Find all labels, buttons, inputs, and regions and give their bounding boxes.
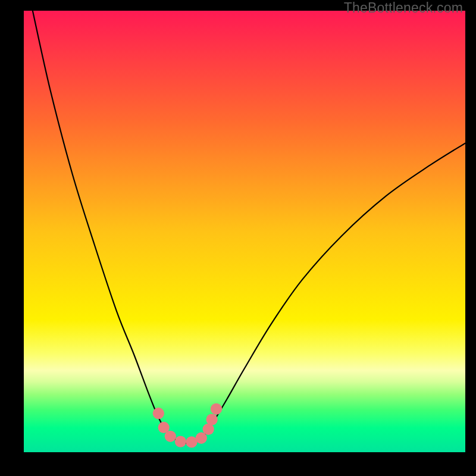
data-marker — [206, 414, 217, 425]
data-marker — [153, 408, 164, 419]
data-marker — [165, 431, 176, 442]
data-marker — [211, 403, 222, 415]
chart-svg — [24, 11, 465, 452]
data-marker — [175, 436, 186, 447]
outer-frame: TheBottleneck.com — [0, 0, 476, 476]
plot-area — [24, 11, 465, 452]
